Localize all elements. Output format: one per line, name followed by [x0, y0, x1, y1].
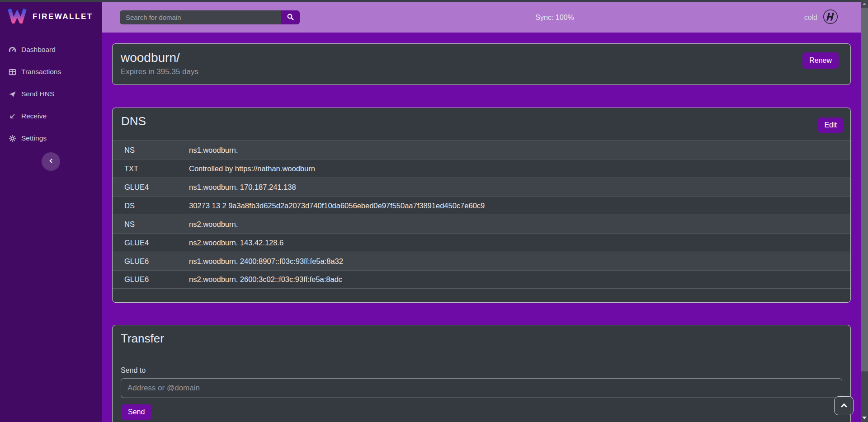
send-to-label: Send to: [121, 366, 842, 375]
sidebar-item-transactions[interactable]: Transactions: [6, 64, 95, 80]
domain-card: woodburn/ Expires in 395.35 days Renew: [112, 43, 851, 85]
receive-arrow-icon: [9, 113, 16, 120]
handshake-icon: [823, 9, 838, 26]
dns-record-type: GLUE6: [124, 275, 189, 284]
dns-record-row: TXT Controlled by https://nathan.woodbur…: [113, 159, 850, 178]
main-content: woodburn/ Expires in 395.35 days Renew D…: [102, 33, 861, 422]
brand-title: FIREWALLET: [33, 12, 93, 21]
dns-record-value: ns2.woodburn. 2600:3c02::f03c:93ff:fe5a:…: [189, 275, 839, 284]
top-header: Sync: 100% cold: [102, 2, 861, 33]
dns-title: DNS: [121, 114, 842, 128]
sidebar-item-receive[interactable]: Receive: [6, 108, 95, 124]
brand[interactable]: FIREWALLET: [0, 2, 102, 30]
sidebar-item-label: Receive: [21, 112, 47, 120]
search-button[interactable]: [281, 10, 300, 24]
dns-record-row: GLUE6 ns2.woodburn. 2600:3c02::f03c:93ff…: [113, 270, 850, 289]
dns-record-type: DS: [124, 202, 189, 210]
dns-record-row: NS ns2.woodburn.: [113, 215, 850, 233]
dns-record-row: DS 30273 13 2 9a3a8fb3d625d2a2073d740f10…: [113, 196, 850, 215]
transfer-title: Transfer: [121, 332, 842, 346]
dns-record-row: NS ns1.woodburn.: [113, 141, 850, 159]
dns-record-type: NS: [124, 146, 189, 155]
dns-record-value: ns2.woodburn.: [189, 220, 839, 229]
sidebar-item-label: Dashboard: [21, 46, 56, 54]
sidebar-nav: Dashboard Transactions Send HNS: [0, 30, 102, 171]
transactions-table-icon: [9, 68, 16, 76]
sidebar-item-label: Transactions: [21, 68, 61, 76]
top-border: [0, 0, 868, 2]
firewallet-w-logo-icon: [7, 8, 27, 25]
domain-title: woodburn/: [121, 50, 842, 66]
transfer-card: Transfer Send to Send: [112, 325, 851, 422]
sidebar-item-label: Send HNS: [21, 90, 54, 98]
chevron-left-icon: [47, 157, 55, 166]
dns-record-row: GLUE4 ns1.woodburn. 170.187.241.138: [113, 178, 850, 196]
sidebar-item-send-hns[interactable]: Send HNS: [6, 86, 95, 102]
dns-record-row: GLUE6 ns1.woodburn. 2400:8907::f03c:93ff…: [113, 252, 850, 270]
edit-dns-button[interactable]: Edit: [818, 117, 843, 133]
chevron-up-icon: [840, 402, 848, 410]
dns-record-type: GLUE4: [124, 239, 189, 247]
sidebar-collapse-button[interactable]: [42, 152, 60, 171]
search-icon: [287, 13, 294, 22]
send-transfer-button[interactable]: Send: [121, 404, 152, 420]
dns-card: DNS Edit NS ns1.woodburn. TXT Controlled…: [112, 108, 851, 303]
scroll-to-top-button[interactable]: [834, 396, 854, 415]
wallet-indicator[interactable]: cold: [804, 9, 861, 26]
sidebar-item-dashboard[interactable]: Dashboard: [6, 42, 95, 58]
settings-gear-icon: [9, 135, 16, 142]
scrollbar-down-arrow-icon[interactable]: [861, 415, 868, 421]
sidebar: FIREWALLET Dashboard Transactions: [0, 2, 102, 422]
dns-record-type: NS: [124, 220, 189, 229]
dns-record-value: ns1.woodburn. 2400:8907::f03c:93ff:fe5a:…: [189, 257, 839, 266]
scrollbar-up-arrow-icon[interactable]: [861, 0, 868, 8]
dns-record-row: GLUE4 ns2.woodburn. 143.42.128.6: [113, 233, 850, 252]
sidebar-item-settings[interactable]: Settings: [6, 130, 95, 146]
search-input[interactable]: [120, 10, 281, 24]
transfer-address-input[interactable]: [121, 378, 842, 398]
dns-record-value: ns1.woodburn.: [189, 146, 839, 155]
dns-record-value: 30273 13 2 9a3a8fb3d625d2a2073d740f10da6…: [189, 202, 839, 210]
dns-record-value: ns1.woodburn. 170.187.241.138: [189, 183, 839, 192]
renew-button[interactable]: Renew: [802, 52, 839, 69]
scrollbar-thumb[interactable]: [861, 8, 868, 371]
sync-status: Sync: 100%: [535, 14, 574, 22]
send-icon: [9, 90, 16, 98]
wallet-name: cold: [804, 14, 817, 22]
dns-record-type: GLUE6: [124, 257, 189, 266]
dns-record-value: Controlled by https://nathan.woodburn: [189, 164, 839, 173]
domain-expiry: Expires in 395.35 days: [121, 67, 842, 76]
sidebar-item-label: Settings: [21, 134, 47, 142]
dns-record-type: TXT: [124, 164, 189, 173]
domain-search: [120, 10, 300, 24]
dns-record-value: ns2.woodburn. 143.42.128.6: [189, 239, 839, 247]
dns-records-table: NS ns1.woodburn. TXT Controlled by https…: [113, 141, 850, 289]
dns-record-type: GLUE4: [124, 183, 189, 192]
dashboard-gauge-icon: [9, 46, 16, 54]
page-scrollbar[interactable]: [861, 0, 868, 422]
